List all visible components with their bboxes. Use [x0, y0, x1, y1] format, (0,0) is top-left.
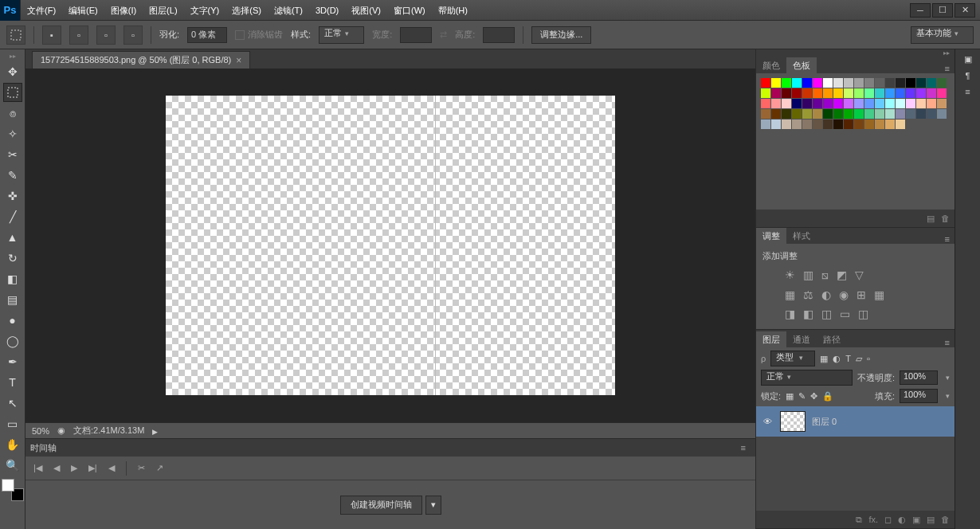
filter-type-icon[interactable]: T — [845, 354, 851, 363]
adjust-menu-icon[interactable]: ≡ — [940, 234, 955, 244]
swatch[interactable] — [885, 109, 895, 119]
refine-edge-button[interactable]: 调整边缘... — [531, 26, 591, 44]
swatch[interactable] — [937, 88, 947, 98]
swatch[interactable] — [802, 78, 812, 88]
photo-filter-icon[interactable]: ◉ — [839, 288, 849, 301]
group-icon[interactable]: ▣ — [912, 515, 920, 525]
swatch[interactable] — [896, 88, 905, 98]
swatch[interactable] — [875, 109, 884, 119]
filter-smart-icon[interactable]: ▫ — [867, 354, 870, 363]
swatch[interactable] — [782, 120, 791, 129]
feather-input[interactable] — [187, 27, 227, 43]
posterize-icon[interactable]: ◧ — [803, 308, 813, 320]
swatch[interactable] — [802, 109, 812, 119]
create-timeline-button[interactable]: 创建视频时间轴 — [340, 496, 422, 515]
status-arrow-icon[interactable] — [152, 426, 158, 436]
move-tool[interactable]: ✥ — [3, 62, 22, 81]
swatch[interactable] — [906, 109, 915, 119]
swatch[interactable] — [937, 109, 947, 119]
layer-thumbnail[interactable] — [780, 411, 806, 432]
next-frame-icon[interactable]: ▶| — [88, 463, 97, 473]
swatch[interactable] — [885, 99, 895, 108]
layer-mask-icon[interactable]: ◻ — [884, 515, 892, 525]
blend-mode-select[interactable]: 正常▾ — [761, 370, 853, 386]
swatch[interactable] — [854, 109, 864, 119]
swatch[interactable] — [782, 109, 791, 119]
swatch[interactable] — [844, 109, 853, 119]
mixer-icon[interactable]: ⊞ — [857, 288, 866, 301]
swatch[interactable] — [782, 88, 791, 98]
swatch[interactable] — [833, 88, 843, 98]
swatch[interactable] — [906, 88, 915, 98]
status-nav-icon[interactable]: ◉ — [57, 425, 65, 436]
menu-help[interactable]: 帮助(H) — [432, 0, 474, 21]
lock-paint-icon[interactable]: ✎ — [798, 391, 806, 402]
collapsed-history-icon[interactable]: ▣ — [964, 54, 972, 65]
link-layers-icon[interactable]: ⧉ — [856, 515, 862, 525]
selective-icon[interactable]: ◫ — [858, 308, 868, 320]
layer-row[interactable]: 👁 图层 0 — [756, 406, 955, 437]
swatch[interactable] — [823, 78, 833, 88]
swatch[interactable] — [771, 99, 781, 108]
menu-window[interactable]: 窗口(W) — [387, 0, 432, 21]
gradient-map-icon[interactable]: ▭ — [840, 308, 850, 320]
swatch[interactable] — [916, 78, 926, 88]
swatch[interactable] — [927, 99, 936, 108]
tab-channels[interactable]: 通道 — [786, 331, 817, 347]
swatches-grid[interactable] — [756, 73, 955, 134]
swatch[interactable] — [792, 99, 802, 108]
swatch[interactable] — [937, 78, 947, 88]
swatch[interactable] — [875, 99, 884, 108]
crop-tool[interactable]: ✂ — [3, 145, 22, 164]
delete-layer-icon[interactable]: 🗑 — [941, 515, 950, 524]
goto-last-icon[interactable]: ◀ — [108, 463, 115, 473]
goto-first-icon[interactable]: |◀ — [33, 463, 42, 473]
layers-menu-icon[interactable]: ≡ — [940, 338, 955, 347]
layer-name[interactable]: 图层 0 — [812, 416, 837, 428]
tab-swatches[interactable]: 色板 — [786, 57, 817, 73]
heal-tool[interactable]: ✜ — [3, 186, 22, 206]
tab-color[interactable]: 颜色 — [756, 57, 786, 73]
new-layer-icon[interactable]: ▤ — [927, 515, 935, 525]
swatch[interactable] — [833, 99, 843, 108]
swatch[interactable] — [802, 88, 812, 98]
split-icon[interactable]: ✂ — [138, 463, 145, 473]
canvas[interactable] — [166, 96, 615, 395]
color-picker[interactable] — [2, 479, 24, 501]
timeline-menu-icon[interactable]: ≡ — [736, 443, 751, 453]
swatch[interactable] — [885, 78, 895, 88]
swatch[interactable] — [771, 109, 781, 119]
filter-adjust-icon[interactable]: ◐ — [833, 354, 841, 364]
layer-list[interactable]: 👁 图层 0 — [756, 406, 955, 511]
menu-file[interactable]: 文件(F) — [21, 0, 62, 21]
menu-layer[interactable]: 图层(L) — [143, 0, 183, 21]
collapsed-char-icon[interactable]: ¶ — [966, 71, 970, 80]
swatch[interactable] — [896, 120, 905, 129]
hue-icon[interactable]: ▦ — [785, 288, 795, 301]
menu-3d[interactable]: 3D(D) — [309, 0, 345, 21]
swatch[interactable] — [927, 78, 936, 88]
maximize-button[interactable]: ☐ — [932, 3, 953, 18]
menu-view[interactable]: 视图(V) — [345, 0, 387, 21]
swatch[interactable] — [916, 99, 926, 108]
lock-all-icon[interactable]: 🔒 — [822, 391, 833, 402]
gradient-tool[interactable]: ▤ — [3, 290, 22, 309]
tab-styles[interactable]: 样式 — [786, 228, 817, 244]
menu-select[interactable]: 选择(S) — [225, 0, 268, 21]
lock-position-icon[interactable]: ✥ — [810, 391, 817, 402]
swatch[interactable] — [906, 99, 915, 108]
swatch[interactable] — [802, 120, 812, 129]
type-tool[interactable]: T — [3, 373, 22, 392]
marquee-tool[interactable] — [3, 83, 22, 102]
swatch[interactable] — [875, 88, 884, 98]
create-timeline-dropdown[interactable]: ▾ — [425, 496, 441, 515]
swatch[interactable] — [885, 88, 895, 98]
new-swatch-icon[interactable]: ▤ — [927, 214, 935, 224]
lock-pixels-icon[interactable]: ▦ — [786, 391, 794, 402]
brightness-icon[interactable]: ☀ — [785, 268, 795, 282]
hand-tool[interactable]: ✋ — [3, 435, 22, 454]
curves-icon[interactable]: ⧅ — [821, 268, 829, 282]
swatch[interactable] — [771, 120, 781, 129]
swatch[interactable] — [792, 88, 802, 98]
swatch[interactable] — [896, 109, 905, 119]
